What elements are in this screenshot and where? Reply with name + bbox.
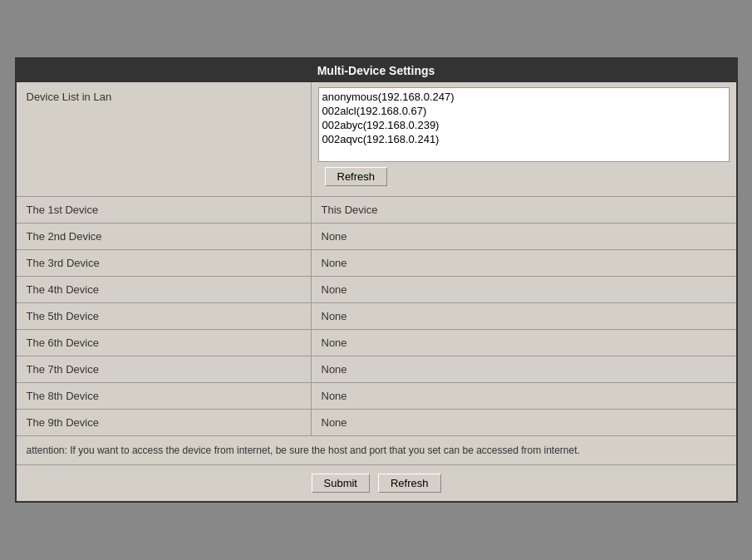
device-value-4: None	[312, 277, 736, 302]
device-label-3: The 3rd Device	[17, 250, 312, 276]
device-label-6: The 6th Device	[17, 330, 312, 356]
listbox-item[interactable]: 002aqvc(192.168.0.241)	[321, 132, 727, 146]
device-label-1: The 1st Device	[17, 197, 312, 223]
submit-button[interactable]: Submit	[312, 474, 370, 493]
device-row: The 4th DeviceNone	[17, 277, 736, 303]
device-value-8: None	[312, 383, 736, 409]
listbox-item[interactable]: 002abyc(192.168.0.239)	[321, 118, 727, 132]
refresh-area: Refresh	[318, 162, 730, 191]
device-label-7: The 7th Device	[17, 356, 312, 382]
listbox-item[interactable]: anonymous(192.168.0.247)	[321, 90, 727, 104]
device-value-2: None	[312, 224, 736, 249]
device-list-row: Device List in Lan anonymous(192.168.0.2…	[17, 82, 736, 197]
device-list-label: Device List in Lan	[17, 82, 312, 196]
main-container: Multi-Device Settings Device List in Lan…	[15, 57, 738, 503]
listbox-item[interactable]: 002alcl(192.168.0.67)	[321, 104, 727, 118]
device-value-3: None	[312, 250, 736, 276]
device-label-8: The 8th Device	[17, 383, 312, 409]
device-label-2: The 2nd Device	[17, 224, 312, 249]
device-row: The 8th DeviceNone	[17, 383, 736, 410]
device-row: The 2nd DeviceNone	[17, 224, 736, 250]
device-row: The 1st DeviceThis Device	[17, 197, 736, 224]
device-rows-container: The 1st DeviceThis DeviceThe 2nd DeviceN…	[17, 197, 736, 436]
attention-row: attention: If you want to access the dev…	[17, 436, 736, 465]
device-label-4: The 4th Device	[17, 277, 312, 302]
device-value-1: This Device	[312, 197, 736, 223]
device-label-9: The 9th Device	[17, 410, 312, 435]
page-title: Multi-Device Settings	[17, 59, 736, 82]
device-row: The 6th DeviceNone	[17, 330, 736, 356]
device-label-5: The 5th Device	[17, 303, 312, 329]
device-row: The 3rd DeviceNone	[17, 250, 736, 277]
device-row: The 9th DeviceNone	[17, 410, 736, 436]
device-value-7: None	[312, 356, 736, 382]
device-value-9: None	[312, 410, 736, 435]
device-value-5: None	[312, 303, 736, 329]
refresh-button-2[interactable]: Refresh	[378, 474, 441, 493]
device-listbox[interactable]: anonymous(192.168.0.247)002alcl(192.168.…	[318, 87, 730, 162]
device-list-value-cell: anonymous(192.168.0.247)002alcl(192.168.…	[312, 82, 736, 196]
button-row: Submit Refresh	[17, 465, 736, 501]
content-area: Device List in Lan anonymous(192.168.0.2…	[17, 82, 736, 501]
device-row: The 7th DeviceNone	[17, 356, 736, 383]
refresh-button-1[interactable]: Refresh	[325, 167, 388, 186]
device-row: The 5th DeviceNone	[17, 303, 736, 330]
device-value-6: None	[312, 330, 736, 356]
